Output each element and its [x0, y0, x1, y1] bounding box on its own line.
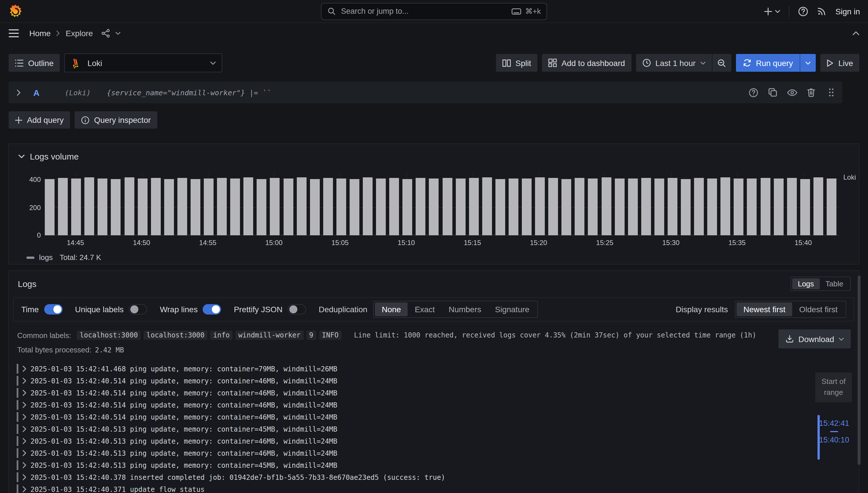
- logs-volume-header[interactable]: Logs volume: [8, 144, 859, 161]
- toggle-visibility-icon[interactable]: [787, 89, 798, 96]
- dedup-option-none[interactable]: None: [375, 302, 408, 316]
- live-button[interactable]: Live: [821, 54, 860, 72]
- volume-bar: [681, 179, 691, 235]
- sign-in-button[interactable]: Sign in: [835, 6, 860, 16]
- explore-toolbar: Outline Loki: [8, 53, 860, 72]
- start-of-range-button[interactable]: Start of range: [815, 372, 852, 402]
- new-menu-button[interactable]: [764, 7, 780, 15]
- expand-log-row-icon[interactable]: [22, 462, 26, 468]
- outline-button[interactable]: Outline: [8, 54, 60, 72]
- breadcrumb-home[interactable]: Home: [29, 29, 51, 38]
- log-line-text: 2025-01-03 15:42:40.513 ping update, mem…: [30, 449, 337, 457]
- expand-log-row-icon[interactable]: [22, 486, 26, 492]
- expand-log-row-icon[interactable]: [22, 426, 26, 432]
- x-axis-tick: 14:45: [67, 239, 84, 247]
- log-row[interactable]: 2025-01-03 15:42:40.514 ping update, mem…: [17, 411, 807, 423]
- expand-log-row-icon[interactable]: [22, 366, 26, 372]
- news-feed-icon[interactable]: [817, 6, 827, 16]
- toggle-switch-wrap-lines[interactable]: [203, 304, 221, 315]
- expand-log-row-icon[interactable]: [22, 438, 26, 444]
- breadcrumb-explore[interactable]: Explore: [66, 29, 93, 38]
- dedup-option-exact[interactable]: Exact: [408, 302, 442, 316]
- grafana-logo[interactable]: [8, 4, 23, 19]
- toggle-switch-time[interactable]: [44, 304, 62, 315]
- log-row[interactable]: 2025-01-03 15:42:40.371 update flow stat…: [17, 483, 807, 493]
- volume-bar: [403, 179, 412, 235]
- share-icon[interactable]: [101, 29, 110, 38]
- volume-bar: [363, 177, 373, 235]
- log-row[interactable]: 2025-01-03 15:42:40.514 ping update, mem…: [17, 375, 807, 387]
- delete-query-icon[interactable]: [807, 88, 815, 97]
- dedup-option-numbers[interactable]: Numbers: [442, 302, 488, 316]
- legend-series-dash-icon: [26, 256, 35, 259]
- share-caret-icon[interactable]: [115, 31, 121, 35]
- display-option-newest-first[interactable]: Newest first: [737, 302, 792, 316]
- range-to-time[interactable]: 15:40:10: [819, 436, 849, 444]
- range-from-time[interactable]: 15:42:41: [819, 419, 849, 428]
- log-row[interactable]: 2025-01-03 15:42:41.468 ping update, mem…: [17, 363, 807, 375]
- volume-bar: [575, 178, 585, 235]
- query-inspector-button[interactable]: Query inspector: [75, 111, 157, 129]
- expand-log-row-icon[interactable]: [22, 450, 26, 456]
- volume-bar: [429, 178, 439, 235]
- split-button[interactable]: Split: [496, 54, 537, 72]
- volume-bar: [151, 178, 161, 235]
- menu-icon[interactable]: [8, 29, 19, 37]
- volume-bar: [270, 178, 280, 235]
- volume-bar: [760, 178, 770, 235]
- expand-log-row-icon[interactable]: [22, 474, 26, 480]
- volume-bar: [800, 179, 810, 235]
- chevron-down-icon: [839, 337, 844, 341]
- view-option-table[interactable]: Table: [820, 278, 849, 289]
- log-line-text: 2025-01-03 15:42:40.514 ping update, mem…: [30, 377, 337, 385]
- log-row[interactable]: 2025-01-03 15:42:40.513 ping update, mem…: [17, 435, 807, 447]
- datasource-picker[interactable]: Loki: [65, 53, 223, 72]
- expand-log-row-icon[interactable]: [22, 390, 26, 396]
- toggle-switch-prettify-json[interactable]: [288, 304, 306, 315]
- help-icon[interactable]: [798, 6, 808, 16]
- log-row[interactable]: 2025-01-03 15:42:40.513 ping update, mem…: [17, 447, 807, 459]
- common-label-badge: localhost:3000: [144, 330, 207, 340]
- volume-bar: [827, 178, 837, 235]
- toggle-switch-unique-labels[interactable]: [129, 304, 147, 315]
- drag-handle-icon[interactable]: [828, 88, 834, 97]
- expand-log-row-icon[interactable]: [22, 414, 26, 420]
- log-row[interactable]: 2025-01-03 15:42:40.514 ping update, mem…: [17, 399, 807, 411]
- run-query-button[interactable]: Run query: [736, 54, 800, 72]
- grafana-explore-page: Search or jump to... ⌘+k Sign in: [0, 0, 868, 493]
- expand-query-icon[interactable]: [17, 89, 21, 95]
- log-row[interactable]: 2025-01-03 15:42:40.378 inserted complet…: [17, 471, 807, 483]
- plus-icon: [15, 116, 22, 124]
- duplicate-query-icon[interactable]: [768, 88, 777, 97]
- line-limit-text: Line limit: 1000 reached, received logs …: [354, 331, 756, 339]
- dedup-option-signature[interactable]: Signature: [488, 302, 536, 316]
- add-query-button[interactable]: Add query: [8, 111, 70, 129]
- log-row[interactable]: 2025-01-03 15:42:40.513 ping update, mem…: [17, 423, 807, 435]
- view-option-logs[interactable]: Logs: [792, 278, 820, 289]
- info-circle-icon: [81, 116, 89, 124]
- download-button[interactable]: Download: [778, 329, 851, 348]
- volume-bar: [336, 178, 346, 235]
- legend-series-name[interactable]: logs: [39, 253, 53, 262]
- series-label-loki[interactable]: Loki: [843, 173, 856, 181]
- log-row[interactable]: 2025-01-03 15:42:40.513 ping update, mem…: [17, 459, 807, 471]
- query-ref-id[interactable]: A: [33, 87, 40, 97]
- scrollbar-thumb[interactable]: [858, 276, 861, 465]
- logs-volume-plot[interactable]: Loki 14:4514:5014:5515:0015:0515:1015:15…: [45, 172, 839, 235]
- volume-bar: [376, 178, 386, 235]
- expand-log-row-icon[interactable]: [22, 402, 26, 408]
- expand-log-row-icon[interactable]: [22, 378, 26, 384]
- logs-title: Logs: [18, 279, 37, 289]
- zoom-out-time-button[interactable]: [712, 54, 731, 72]
- display-option-oldest-first[interactable]: Oldest first: [792, 302, 845, 316]
- add-to-dashboard-button[interactable]: Add to dashboard: [542, 54, 631, 72]
- log-row[interactable]: 2025-01-03 15:42:40.514 ping update, mem…: [17, 387, 807, 399]
- run-query-dropdown[interactable]: [800, 54, 816, 72]
- query-help-icon[interactable]: [748, 87, 758, 97]
- collapse-toolbar-icon[interactable]: [852, 31, 860, 36]
- search-input[interactable]: Search or jump to... ⌘+k: [321, 3, 547, 20]
- apps-grid-icon: [548, 59, 557, 67]
- volume-bar: [297, 178, 306, 235]
- time-range-button[interactable]: Last 1 hour: [636, 54, 712, 72]
- query-expression[interactable]: {service_name="windmill-worker"} |= ``: [107, 88, 271, 97]
